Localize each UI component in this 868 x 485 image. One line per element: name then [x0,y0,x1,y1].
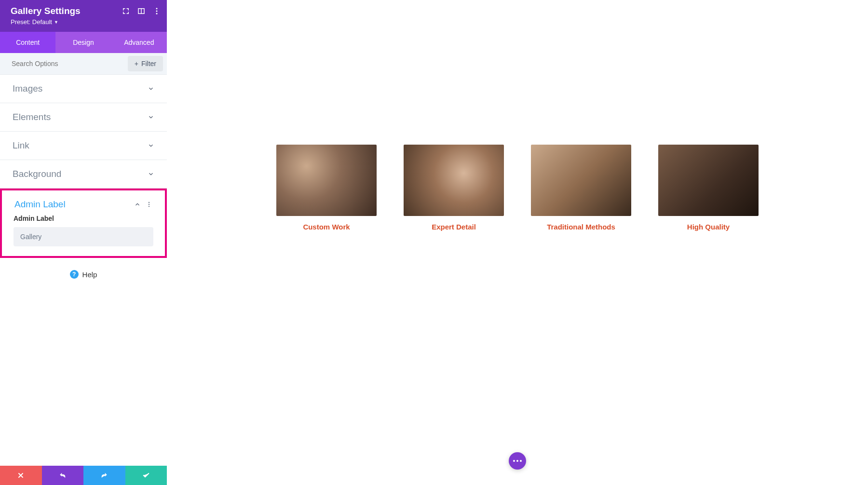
section-header[interactable]: Link [0,132,167,160]
filter-button[interactable]: + Filter [128,56,163,71]
gallery-thumbnail [276,145,377,216]
sidebar-header: Gallery Settings Preset: Default ▼ [0,0,167,32]
plus-icon: + [135,60,138,67]
gallery-caption: Expert Detail [432,223,476,231]
preview-canvas: Custom Work Expert Detail Traditional Me… [167,0,868,485]
redo-icon [100,472,108,479]
save-button[interactable] [125,466,167,485]
tab-content[interactable]: Content [0,32,55,53]
check-icon [142,472,150,479]
section-title: Images [13,83,42,94]
admin-label-input[interactable] [14,227,153,246]
settings-tabs: Content Design Advanced [0,32,167,53]
chevron-down-icon [148,85,154,92]
gallery-caption: High Quality [687,223,730,231]
gallery-item[interactable]: Expert Detail [404,145,504,231]
svg-point-5 [149,206,149,207]
gallery-caption: Traditional Methods [547,223,615,231]
undo-icon [59,472,67,479]
help-label: Help [82,270,97,279]
section-background: Background [0,160,167,189]
gallery-thumbnail [404,145,504,216]
preset-label: Preset: Default [11,18,52,26]
section-header[interactable]: Elements [0,103,167,131]
gallery-thumbnail [531,145,631,216]
cancel-button[interactable] [0,466,42,485]
chevron-down-icon [148,114,154,121]
section-header[interactable]: Background [0,160,167,188]
gallery-caption: Custom Work [303,223,350,231]
gallery-item[interactable]: Custom Work [276,145,377,231]
chevron-up-icon [134,201,141,208]
chevron-down-icon [148,171,154,177]
caret-down-icon: ▼ [54,20,58,25]
help-button[interactable]: ? Help [70,270,97,279]
section-title: Background [13,169,61,179]
gallery-row: Custom Work Expert Detail Traditional Me… [167,0,868,231]
more-vert-icon[interactable] [146,201,152,208]
gallery-item[interactable]: Traditional Methods [531,145,631,231]
section-admin-label: Admin Label Admin Label [0,189,167,258]
filter-label: Filter [141,60,156,67]
field-label: Admin Label [14,215,153,222]
section-link: Link [0,132,167,160]
section-body: Admin Label [2,215,165,256]
sections-list: Images Elements Link Background [0,75,167,466]
sidebar-footer [0,466,167,485]
search-input[interactable] [0,54,128,73]
help-row: ? Help [0,258,167,290]
tab-advanced[interactable]: Advanced [111,32,167,53]
more-vert-icon[interactable] [152,7,161,15]
gallery-item[interactable]: High Quality [658,145,759,231]
section-title: Elements [13,112,51,122]
section-title: Admin Label [14,199,66,210]
tab-design[interactable]: Design [55,32,111,53]
svg-point-0 [156,8,158,9]
help-icon: ? [70,270,79,279]
section-images: Images [0,75,167,103]
preset-dropdown[interactable]: Preset: Default ▼ [11,18,58,26]
section-header[interactable]: Admin Label [2,190,165,215]
section-title: Link [13,140,29,151]
section-header[interactable]: Images [0,75,167,103]
search-filter-row: + Filter [0,53,167,75]
chevron-down-icon [148,142,154,149]
svg-point-1 [156,11,158,12]
close-icon [17,472,25,479]
panel-layout-icon[interactable] [137,7,146,15]
settings-sidebar: Gallery Settings Preset: Default ▼ Conte… [0,0,167,485]
svg-point-4 [149,204,149,205]
floating-action-button[interactable] [509,452,526,470]
expand-icon[interactable] [122,7,130,15]
svg-point-3 [149,202,149,203]
gallery-thumbnail [658,145,759,216]
section-elements: Elements [0,103,167,132]
more-horiz-icon [513,460,522,462]
redo-button[interactable] [83,466,125,485]
svg-point-2 [156,13,158,14]
undo-button[interactable] [42,466,84,485]
